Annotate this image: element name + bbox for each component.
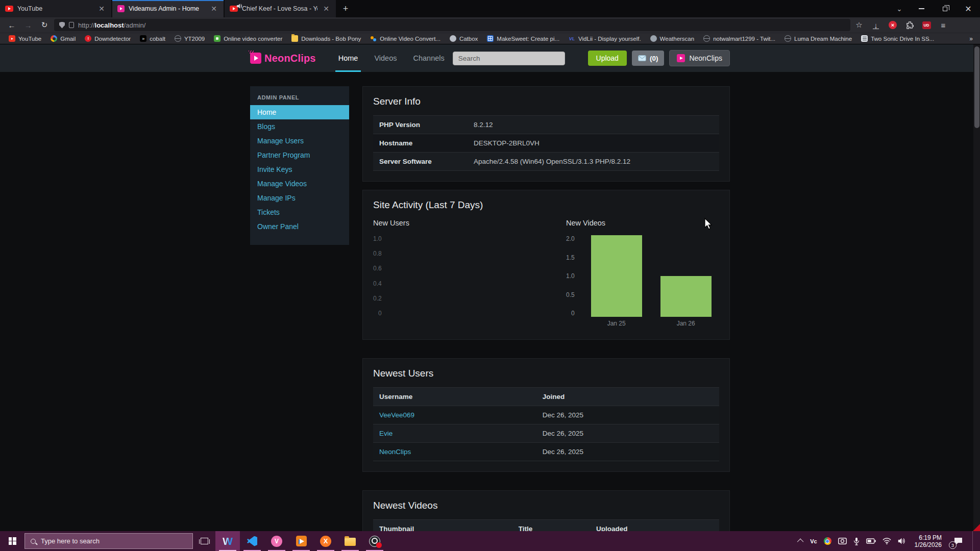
audio-playing-icon[interactable]	[237, 3, 242, 10]
upload-button[interactable]: Upload	[588, 51, 627, 66]
menu-hamburger-icon[interactable]: ≡	[938, 19, 949, 31]
page-scrollbar[interactable]	[973, 44, 980, 531]
sidebar-item-manage-ips[interactable]: Manage IPs	[250, 191, 349, 205]
chart-title: New Users	[373, 219, 526, 227]
extensions-puzzle-icon[interactable]	[904, 19, 915, 31]
tray-vc-icon[interactable]: Vc	[810, 538, 817, 544]
tracking-shield-icon[interactable]	[59, 22, 65, 29]
bookmark-item[interactable]: MakeSweet: Create pi...	[482, 33, 564, 44]
tab-close-icon[interactable]: ✕	[209, 4, 218, 13]
tab-videamus-admin[interactable]: Videamus Admin - Home ✕	[112, 0, 224, 17]
back-icon[interactable]: ←	[5, 19, 18, 31]
window-close-button[interactable]: ✕	[957, 0, 980, 17]
bookmark-item[interactable]: YT2009	[170, 33, 209, 44]
column-header-username: Username	[373, 388, 536, 406]
url-bar[interactable]: http://localhost/admin/	[54, 19, 850, 31]
search-input[interactable]	[453, 52, 565, 65]
bookmark-item[interactable]: Catbox	[445, 33, 482, 44]
sidebar-item-manage-videos[interactable]: Manage Videos	[250, 177, 349, 191]
nav-channels[interactable]: Channels	[405, 44, 452, 72]
bookmark-item[interactable]: Luma Dream Machine	[780, 33, 856, 44]
bookmark-item[interactable]: Downloads - Bob Pony	[287, 33, 365, 44]
joined-date: Dec 26, 2025	[536, 443, 719, 461]
nav-videos[interactable]: Videos	[366, 44, 405, 72]
url-text[interactable]: http://localhost/admin/	[78, 21, 145, 29]
tray-wifi-icon[interactable]	[883, 538, 891, 544]
username-link[interactable]: VeeVee069	[379, 411, 414, 419]
sidebar-item-invite-keys[interactable]: Invite Keys	[250, 162, 349, 177]
weather-icon	[650, 35, 657, 42]
taskbar-app-vscode[interactable]	[240, 531, 264, 551]
taskbar-app-videopad[interactable]: V	[264, 531, 289, 551]
user-menu-button[interactable]: NeonClips	[669, 50, 730, 66]
action-center-button[interactable]: 3	[950, 531, 966, 551]
taskbar-app-waterfox[interactable]: W	[215, 531, 240, 551]
taskbar-app-mediaplayer[interactable]	[289, 531, 313, 551]
blocker-extension-icon[interactable]: ×	[887, 19, 898, 31]
start-button[interactable]	[0, 531, 24, 551]
search-lens-icon	[31, 539, 36, 544]
sidebar-item-blogs[interactable]: Blogs	[250, 119, 349, 134]
neonclips-logo[interactable]: NeonClips	[250, 53, 316, 64]
tray-volume-icon[interactable]	[898, 538, 906, 544]
obs-recording-icon	[369, 536, 380, 547]
window-minimize-button[interactable]	[910, 0, 933, 17]
downloads-icon[interactable]: ↓	[870, 19, 881, 31]
sidebar-item-home[interactable]: Home	[250, 105, 349, 119]
sidebar-item-tickets[interactable]: Tickets	[250, 205, 349, 219]
bookmark-item[interactable]: cobalt	[135, 33, 170, 44]
folder-icon	[291, 35, 298, 42]
tray-hidden-icons-chevron-icon[interactable]	[797, 539, 804, 545]
taskbar-clock[interactable]: 6:19 PM 1/26/2026	[913, 534, 944, 548]
bookmark-item[interactable]: Online video converter	[209, 33, 287, 44]
bookmark-star-icon[interactable]: ☆	[853, 19, 865, 31]
tab-close-icon[interactable]: ✕	[97, 4, 106, 13]
bookmark-item[interactable]: Weatherscan	[646, 33, 699, 44]
bookmark-label: Weatherscan	[660, 36, 695, 42]
new-tab-button[interactable]: +	[337, 0, 354, 17]
ud-extension-icon[interactable]: UD	[921, 19, 932, 31]
forward-icon[interactable]: →	[21, 19, 35, 31]
bookmarks-list: YouTube Gmail Downdetector cobalt YT2009…	[4, 33, 939, 44]
mail-button[interactable]: (0)	[632, 51, 665, 66]
taskbar-app-xampp[interactable]: X	[313, 531, 338, 551]
bookmark-label: YT2009	[184, 36, 205, 42]
tray-chrome-icon[interactable]	[824, 537, 831, 545]
bookmark-item[interactable]: Two Sonic Drive In SS...	[856, 33, 939, 44]
tray-camera-icon[interactable]	[838, 538, 847, 544]
chart-bar-column: Jan 25	[591, 235, 642, 329]
bookmark-item[interactable]: VidLii - Display yourself.	[564, 33, 646, 44]
scrollbar-thumb[interactable]	[974, 46, 979, 128]
bar-chart: New Videos 2.01.51.00.50 Jan 25 Jan 26	[566, 219, 719, 329]
show-desktop-strip[interactable]	[972, 531, 975, 551]
globe-icon	[785, 35, 791, 42]
taskbar-app-explorer[interactable]	[338, 531, 362, 551]
bookmark-item[interactable]: Downdetector	[80, 33, 135, 44]
tab-youtube[interactable]: YouTube ✕	[0, 0, 111, 17]
bookmark-item[interactable]: YouTube	[4, 33, 46, 44]
chart-bar	[591, 235, 642, 317]
tab-close-icon[interactable]: ✕	[322, 4, 331, 13]
page-info-icon[interactable]	[69, 22, 74, 28]
nav-home[interactable]: Home	[330, 44, 366, 72]
sidebar-item-owner-panel[interactable]: Owner Panel	[250, 219, 349, 234]
sidebar-item-partner-program[interactable]: Partner Program	[250, 148, 349, 162]
taskbar-app-obs[interactable]	[362, 531, 387, 551]
bookmark-item[interactable]: Online Video Convert...	[365, 33, 445, 44]
reload-icon[interactable]: ↻	[38, 19, 51, 31]
server-info-panel: Server Info PHP Version8.2.12HostnameDES…	[362, 86, 730, 182]
bookmark-item[interactable]: notwalmart1299 - Twit...	[699, 33, 780, 44]
username-link[interactable]: Evie	[379, 430, 393, 437]
bookmarks-overflow-chevron-icon[interactable]: »	[969, 35, 976, 42]
tray-microphone-icon[interactable]	[853, 537, 860, 545]
tray-battery-icon[interactable]	[866, 538, 876, 544]
tab-chief-keef[interactable]: Chief Keef - Love Sosa - YouTub ✕	[225, 0, 336, 17]
username-link[interactable]: NeonClips	[379, 448, 411, 456]
window-restore-button[interactable]	[933, 0, 957, 17]
bookmark-item[interactable]: Gmail	[46, 33, 80, 44]
sidebar-item-manage-users[interactable]: Manage Users	[250, 134, 349, 148]
taskbar-search[interactable]: Type here to search	[24, 533, 193, 549]
server-info-row: PHP Version8.2.12	[373, 116, 719, 134]
task-view-button[interactable]	[193, 531, 215, 551]
list-all-tabs-icon[interactable]: ⌄	[889, 0, 910, 17]
